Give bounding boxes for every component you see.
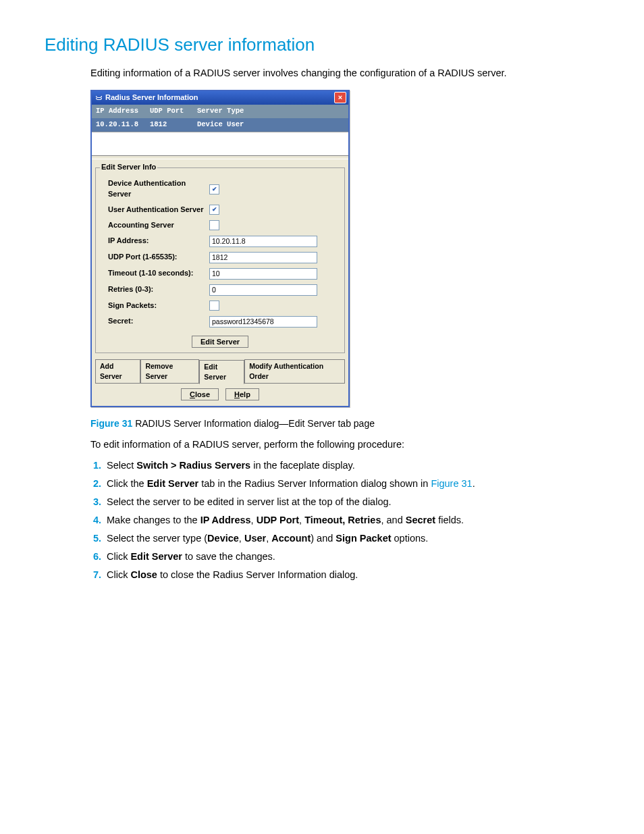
label-dev-auth: Device Authentication Server — [108, 178, 209, 200]
edit-server-info-fieldset: Edit Server Info Device Authentication S… — [95, 162, 345, 353]
step-1: Select Switch > Radius Servers in the fa… — [104, 459, 599, 473]
figure-link[interactable]: Figure 31 — [431, 478, 472, 489]
checkbox-user-auth[interactable]: ✔ — [209, 205, 219, 215]
tab-modify-auth-order[interactable]: Modify Authentication Order — [244, 359, 345, 384]
col-type: Server Type — [197, 106, 344, 116]
help-button[interactable]: Help — [225, 388, 259, 400]
intro-text: Editing information of a RADIUS server i… — [90, 66, 599, 80]
label-ip: IP Address: — [108, 236, 209, 246]
label-user-auth: User Authentication Server — [108, 205, 209, 215]
checkbox-acct[interactable] — [209, 220, 219, 230]
dialog-titlebar[interactable]: Radius Server Information × — [92, 91, 348, 105]
step-7: Click Close to close the Radius Server I… — [104, 568, 599, 582]
udp-input[interactable] — [209, 252, 317, 263]
step-5: Select the server type (Device, User, Ac… — [104, 531, 599, 546]
java-icon — [95, 94, 103, 102]
step-2: Click the Edit Server tab in the Radius … — [104, 477, 599, 491]
figure-number: Figure 31 — [90, 418, 132, 429]
dialog-tabs: Add Server Remove Server Edit Server Mod… — [92, 357, 348, 387]
label-retries: Retries (0-3): — [108, 284, 209, 295]
tab-remove-server[interactable]: Remove Server — [140, 359, 199, 384]
step-3: Select the server to be edited in server… — [104, 495, 599, 509]
timeout-input[interactable] — [209, 268, 317, 280]
label-udp: UDP Port (1-65535): — [108, 252, 209, 263]
checkbox-dev-auth[interactable]: ✔ — [209, 184, 219, 194]
dialog-title: Radius Server Information — [105, 93, 198, 103]
fieldset-legend: Edit Server Info — [100, 162, 157, 173]
retries-input[interactable] — [209, 284, 317, 296]
procedure-intro: To edit information of a RADIUS server, … — [90, 438, 599, 452]
label-secret: Secret: — [108, 316, 209, 327]
edit-server-button-inner[interactable]: Edit Server — [192, 336, 248, 348]
checkbox-sign[interactable] — [209, 301, 219, 311]
label-acct: Accounting Server — [108, 220, 209, 231]
col-port: UDP Port — [150, 106, 197, 116]
server-list-body[interactable] — [92, 132, 348, 155]
label-timeout: Timeout (1-10 seconds): — [108, 268, 209, 279]
server-list-header: IP Address UDP Port Server Type — [92, 105, 348, 118]
section-heading: Editing RADIUS server information — [45, 32, 599, 58]
step-6: Click Edit Server to save the changes. — [104, 550, 599, 564]
ip-input[interactable] — [209, 236, 317, 247]
step-4: Make changes to the IP Address, UDP Port… — [104, 513, 599, 527]
radius-dialog: Radius Server Information × IP Address U… — [90, 90, 350, 408]
tab-add-server[interactable]: Add Server — [95, 359, 140, 384]
row-port: 1812 — [150, 120, 197, 130]
figure-caption: Figure 31 RADIUS Server Information dial… — [90, 417, 599, 430]
server-list-row[interactable]: 10.20.11.8 1812 Device User — [92, 118, 348, 132]
close-icon[interactable]: × — [334, 92, 346, 103]
row-type: Device User — [197, 120, 344, 130]
tab-edit-server[interactable]: Edit Server — [199, 360, 244, 384]
procedure-steps: Select Switch > Radius Servers in the fa… — [90, 459, 599, 582]
secret-input[interactable] — [209, 316, 317, 328]
close-button[interactable]: Close — [181, 388, 219, 400]
label-sign: Sign Packets: — [108, 301, 209, 311]
row-ip: 10.20.11.8 — [96, 120, 150, 130]
col-ip: IP Address — [96, 106, 150, 116]
